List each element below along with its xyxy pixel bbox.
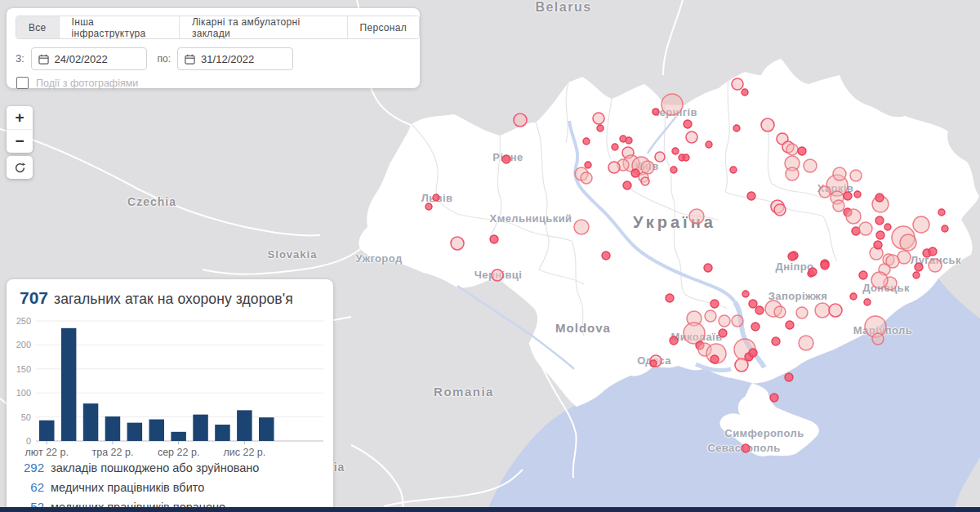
attack-marker[interactable] [684,120,692,128]
attack-marker[interactable] [913,216,929,233]
reset-view-button[interactable] [7,156,33,179]
attack-marker[interactable] [706,141,712,148]
attack-marker[interactable] [670,336,678,345]
attack-marker[interactable] [808,268,817,276]
attack-marker[interactable] [876,231,884,239]
attack-marker[interactable] [597,125,604,131]
attack-marker[interactable] [742,89,748,96]
chart-bar[interactable] [259,417,274,441]
attack-marker[interactable] [732,315,743,327]
attack-marker[interactable] [655,152,665,162]
attack-marker[interactable] [938,209,945,216]
attack-marker[interactable] [631,169,639,177]
attack-marker[interactable] [602,252,610,260]
attack-marker[interactable] [666,294,674,302]
attack-marker[interactable] [742,444,750,452]
attack-marker[interactable] [710,355,719,363]
attack-marker[interactable] [574,220,589,234]
attack-marker[interactable] [502,155,510,163]
attack-marker[interactable] [884,224,891,230]
photo-filter-checkbox[interactable] [16,77,29,89]
attack-marker[interactable] [913,272,920,278]
attack-marker[interactable] [623,181,631,189]
attack-marker[interactable] [747,192,755,200]
attack-marker[interactable] [874,241,882,249]
attack-marker[interactable] [774,306,786,318]
attack-marker[interactable] [490,235,498,243]
attack-marker[interactable] [929,259,942,272]
attack-marker[interactable] [796,307,808,318]
attack-marker[interactable] [662,94,683,115]
attack-marker[interactable] [772,337,780,345]
attack-marker[interactable] [833,167,846,180]
zoom-in-button[interactable]: + [7,106,33,130]
attack-marker[interactable] [846,209,861,224]
attack-marker[interactable] [799,336,813,350]
attack-marker[interactable] [704,264,712,272]
attack-marker[interactable] [871,272,888,288]
tab-all[interactable]: Все [16,16,60,38]
attack-marker[interactable] [751,323,760,331]
attack-marker[interactable] [875,194,884,202]
attack-marker[interactable] [864,299,871,305]
chart-bar[interactable] [61,328,77,441]
attack-marker[interactable] [583,138,590,145]
attack-marker[interactable] [829,304,842,317]
attack-marker[interactable] [774,204,786,216]
chart-bar[interactable] [149,420,165,441]
date-from-input[interactable]: 24/02/2022 [31,47,147,70]
attack-marker[interactable] [749,300,757,308]
chart-bar[interactable] [127,423,143,441]
attack-marker[interactable] [514,114,527,127]
attack-marker[interactable] [786,144,798,155]
attack-marker[interactable] [492,269,503,281]
attack-marker[interactable] [730,167,737,173]
attack-marker[interactable] [641,177,649,185]
attack-marker[interactable] [451,237,464,250]
chart-bar[interactable] [39,421,55,441]
attack-marker[interactable] [798,147,806,155]
attack-marker[interactable] [844,192,852,200]
attack-marker[interactable] [608,162,620,173]
chart-bar[interactable] [193,415,208,441]
attack-marker[interactable] [626,137,632,144]
attack-marker[interactable] [900,234,916,251]
attack-marker[interactable] [833,200,844,211]
attack-marker[interactable] [915,263,923,271]
attack-marker[interactable] [585,162,591,168]
attack-marker[interactable] [755,306,764,314]
attack-marker[interactable] [705,310,716,322]
attack-marker[interactable] [788,252,796,260]
attack-marker[interactable] [786,167,799,180]
chart-bar[interactable] [171,432,186,441]
chart-bar[interactable] [105,416,121,441]
attack-marker[interactable] [859,222,872,235]
attack-marker[interactable] [710,300,719,308]
attack-marker[interactable] [815,303,830,318]
attack-marker[interactable] [733,125,740,131]
chart-bar[interactable] [215,425,230,441]
attack-marker[interactable] [929,247,937,256]
attack-marker[interactable] [850,293,857,300]
chart-bar[interactable] [237,410,252,441]
attack-marker[interactable] [425,203,432,210]
attack-marker[interactable] [742,291,749,297]
attack-marker[interactable] [672,148,679,154]
tab-hospitals[interactable]: Лікарні та амбулаторні заклади [180,16,348,38]
attack-marker[interactable] [875,216,884,225]
attack-marker[interactable] [650,360,657,367]
attack-marker[interactable] [821,261,829,269]
attack-marker[interactable] [683,154,689,161]
attack-marker[interactable] [761,118,774,131]
attack-marker[interactable] [785,373,793,381]
date-to-input[interactable]: 31/12/2022 [177,47,293,70]
attack-marker[interactable] [942,225,948,232]
tab-personnel[interactable]: Персонал [348,16,419,38]
attack-marker[interactable] [859,271,867,279]
attack-marker[interactable] [770,394,778,402]
attack-marker[interactable] [732,78,743,90]
zoom-out-button[interactable]: − [7,130,33,153]
attack-marker[interactable] [804,159,817,172]
attack-marker[interactable] [850,170,862,181]
attack-marker[interactable] [684,323,705,344]
